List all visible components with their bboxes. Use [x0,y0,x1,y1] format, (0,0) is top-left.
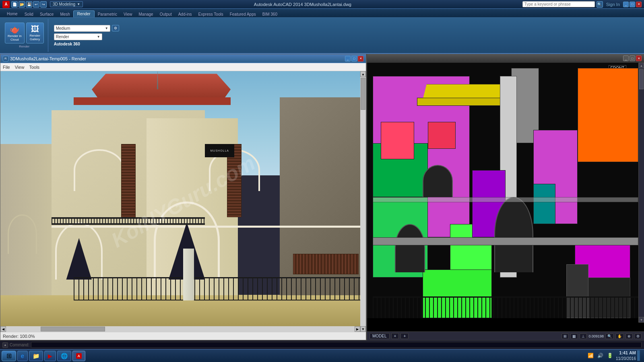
3d-nav-icon[interactable]: ⊕ [625,333,633,339]
menu-file[interactable]: File [3,65,10,70]
render-settings-btn[interactable]: ⚙ [112,25,119,31]
zoom-icon[interactable]: 🔍 [605,333,614,339]
save-icon[interactable]: 💾 [26,1,32,8]
render-h-scrollbar[interactable]: ◀ ▶ [0,326,360,332]
tab-solid[interactable]: Solid [21,11,37,17]
new-file-icon[interactable]: 📄 [11,1,18,8]
taskbar-app-chrome[interactable]: 🌐 [57,351,71,361]
tab-express-tools[interactable]: Express Tools [195,11,227,17]
keyword-search-input[interactable] [522,1,595,7]
render-statusbar: Render: 100.0% [0,332,366,340]
cad-canvas: FRONT WCS [367,63,644,331]
command-input[interactable] [31,342,642,348]
open-icon[interactable]: 📂 [19,1,25,8]
command-line: ▲ Command: [0,340,644,349]
clock-time: 1:41 AM [616,350,636,356]
undo-icon[interactable]: ↩ [33,1,39,8]
render-image-area: MUSHOLLA KolNYGuru.com ▲ ▼ [0,71,366,332]
model-tab[interactable]: MODEL [369,333,390,339]
render-restore-btn[interactable]: □ [351,56,357,62]
tab-output[interactable]: Output [157,11,175,17]
main-area: R 3DMusholla2Lantai-Temp005 - Render _ □… [0,54,644,340]
menu-tools[interactable]: Tools [29,65,39,70]
taskbar-app-explorer[interactable]: 📁 [29,351,43,361]
command-expand-icon[interactable]: ▲ [2,342,8,348]
grid-status[interactable]: ▦ [570,333,578,339]
workspace-selector[interactable]: 3D Modeling ▼ [50,1,83,7]
ortho-status[interactable]: ⊥ [580,333,587,339]
render-window-title: 3DMusholla2Lantai-Temp005 - Render [10,56,344,61]
battery-tray-icon[interactable]: 🔋 [606,352,614,360]
app-titlebar: A 📄 📂 💾 ↩ ↪ 3D Modeling ▼ Autodesk AutoC… [0,0,644,9]
tab-manage[interactable]: Manage [136,11,157,17]
cad-statusbar: MODEL + + ⊞ ▦ ⊥ 0.009198 🔍 ✋ ⊕ ⚙ [367,331,644,340]
show-desktop-btn[interactable] [638,350,640,361]
render-v-scrollbar[interactable]: ▲ ▼ [360,71,366,332]
render-close-btn[interactable]: ✕ [358,56,363,62]
cad-v-scrollbar[interactable]: ▲ ▼ [638,63,644,323]
layout1-tab[interactable]: + [391,333,399,339]
render-window-icon: R [3,56,8,62]
ribbon-panel: 🫖 Render in Cloud 🖼 Render Gallery Rende… [0,18,644,54]
taskbar-app-media[interactable]: ▶ [44,351,56,361]
render-window: R 3DMusholla2Lantai-Temp005 - Render _ □… [0,54,366,340]
tab-bim360[interactable]: BIM 360 [259,11,281,17]
command-prompt: Command: [10,343,29,347]
render-in-cloud-button[interactable]: 🫖 Render in Cloud [5,23,25,43]
tab-parametric[interactable]: Parametric [95,11,120,17]
tab-view[interactable]: View [120,11,136,17]
settings-icon[interactable]: ⚙ [634,333,642,339]
render-minimize-btn[interactable]: _ [345,56,351,62]
render-group-label: Render [19,45,29,48]
tab-add-ins[interactable]: Add-ins [175,11,195,17]
minimize-button[interactable]: _ [623,2,629,7]
snap-status[interactable]: ⊞ [561,333,569,339]
cad-min-btn[interactable]: _ [623,56,629,61]
tab-home[interactable]: Home [3,10,21,17]
autodesk360-group: Medium▼ ⚙ Render▼ Autodesk 360 [50,19,123,52]
network-tray-icon[interactable]: 📶 [587,352,595,360]
render-preset-dropdown[interactable]: Medium▼ [54,25,110,32]
menu-view[interactable]: View [15,65,25,70]
start-button[interactable]: ⊞ [2,351,16,361]
app-logo: A [2,1,10,8]
clock-display[interactable]: 1:41 AM 11/20/2016 [616,350,636,362]
search-icon[interactable]: 🔍 [597,1,603,8]
ribbon-tab-row: Home Solid Surface Mesh Render Parametri… [0,9,644,18]
cad-restore-btn[interactable]: □ [630,56,635,61]
taskbar-app-autocad[interactable]: A [72,351,85,361]
render-menubar: File View Tools [0,63,366,71]
render-gallery-button[interactable]: 🖼 Render Gallery [26,23,44,43]
tab-render[interactable]: Render [73,10,95,17]
tab-surface[interactable]: Surface [37,11,57,17]
layout2-tab[interactable]: + [400,333,409,339]
taskbar-bottom: ⊞ e 📁 ▶ 🌐 A 📶 🔊 🔋 1:41 AM 11/20/2016 [0,349,644,362]
render-destination-dropdown[interactable]: Render▼ [54,33,102,40]
cad-viewport: _ □ ✕ FRONT WCS [366,54,644,340]
tab-mesh[interactable]: Mesh [57,11,73,17]
cad-close-btn[interactable]: ✕ [636,56,642,61]
taskbar-app-ie[interactable]: e [17,351,28,361]
tab-featured-apps[interactable]: Featured Apps [227,11,259,17]
sign-in-link[interactable]: Sign In [606,2,620,7]
autodesk360-label: Autodesk 360 [54,42,80,46]
redo-icon[interactable]: ↪ [40,1,47,8]
volume-tray-icon[interactable]: 🔊 [597,352,605,360]
clock-date: 11/20/2016 [616,356,636,362]
pan-icon[interactable]: ✋ [615,333,624,339]
render-window-titlebar: R 3DMusholla2Lantai-Temp005 - Render _ □… [0,54,366,63]
restore-button[interactable]: □ [630,2,635,7]
render-status-text: Render: 100.0% [3,334,35,339]
cad-titlebar: _ □ ✕ [367,54,644,63]
close-button[interactable]: ✕ [636,2,642,7]
render-group: 🫖 Render in Cloud 🖼 Render Gallery Rende… [3,19,48,52]
coordinates: 0.009198 [588,334,604,338]
app-title: Autodesk AutoCAD 2014 3DMusholla2Lantai.… [83,2,522,7]
